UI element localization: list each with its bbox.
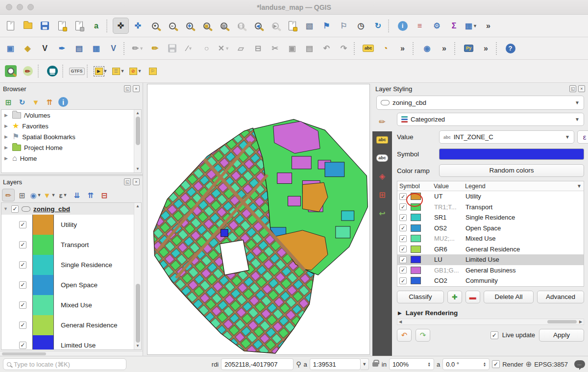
expand-arrow-icon[interactable]: ▶ (4, 145, 9, 150)
scale-box[interactable] (310, 358, 361, 370)
style-manager-button[interactable]: a (88, 18, 104, 34)
new-print-layout-button[interactable] (54, 18, 70, 34)
temporal-controller-button[interactable]: ◷ (353, 18, 369, 34)
category-visibility-checkbox[interactable]: ✓ (19, 301, 26, 309)
scale-dropdown-icon[interactable]: ▼ (361, 358, 369, 370)
expand-arrow-icon[interactable]: ▶ (4, 134, 9, 139)
add-category-button[interactable]: ✚ (447, 291, 462, 303)
close-panel-icon[interactable]: × (133, 178, 140, 185)
toggle-editing-button[interactable]: ✏ (147, 40, 163, 56)
tab-masks[interactable]: abc (376, 154, 388, 162)
sum-features-button[interactable]: Σ (446, 18, 462, 34)
category-checkbox[interactable]: ✓ (399, 235, 407, 242)
layer-rendering-section[interactable]: ▶ Layer Rendering (398, 309, 584, 317)
spinner-icon[interactable]: ▲▼ (427, 362, 430, 367)
identify-features-button[interactable]: i (394, 18, 411, 34)
close-panel-icon[interactable]: × (133, 85, 140, 92)
osm-place-search-button[interactable] (2, 63, 19, 79)
category-row-sr1[interactable]: ✓SR1Single Residence (397, 212, 584, 223)
legend-item-utility[interactable]: ✓Utility (1, 215, 141, 235)
categories-table-header[interactable]: Symbol Value Legend ▼ (397, 181, 584, 191)
lock-scale-icon[interactable] (372, 362, 378, 367)
tab-symbology[interactable]: ✏ (372, 113, 392, 131)
symbology-undo-button[interactable]: ↶ (397, 329, 412, 342)
coordinate-box[interactable] (221, 358, 294, 370)
zoom-last-button[interactable]: ◀ (250, 18, 266, 34)
symbol-preview-button[interactable] (439, 149, 584, 160)
cut-features-button[interactable]: ✂ (267, 40, 283, 56)
modify-attributes-button[interactable]: ▱ (233, 40, 249, 56)
new-geopackage-layer-button[interactable]: ◈ (20, 40, 36, 56)
layer-visibility-checkbox[interactable]: ✓ (11, 205, 19, 213)
renderer-select[interactable]: Categorized ▼ (397, 113, 584, 126)
collapse-all-button[interactable]: ⇈ (43, 96, 56, 108)
category-row-tr1-t-[interactable]: ✓TR1;T...Transport (397, 202, 584, 213)
new-geojson-layer-button[interactable]: ✒ (54, 40, 70, 56)
classify-button[interactable]: Classify (397, 291, 444, 303)
category-visibility-checkbox[interactable]: ✓ (19, 261, 26, 269)
legend-item-open-space[interactable]: ✓Open Space (1, 275, 141, 295)
new-virtual-layer-button[interactable]: V (105, 40, 122, 56)
symbology-redo-button[interactable]: ↷ (416, 329, 430, 342)
browser-item-home[interactable]: ▶⌂Home (1, 153, 141, 164)
web-toolbar-overflow-button[interactable]: » (436, 40, 452, 56)
undo-button[interactable]: ↶ (318, 40, 335, 56)
color-ramp-button[interactable]: Random colors (439, 164, 584, 177)
scale-input[interactable] (313, 361, 357, 368)
expand-arrow-icon[interactable]: ▶ (4, 156, 9, 161)
category-checkbox[interactable]: ✓ (399, 193, 407, 200)
live-update-checkbox[interactable]: ✓ (490, 331, 498, 339)
properties-widget-button[interactable]: i (57, 96, 70, 108)
zoom-next-button[interactable]: ▶ (267, 18, 283, 34)
new-project-button[interactable] (2, 18, 19, 34)
tab-labels[interactable]: abc (376, 136, 388, 144)
osm-edit-button[interactable]: ✏ (20, 63, 36, 79)
legend-item-limited-use[interactable]: ✓Limited Use (1, 335, 141, 350)
help-button[interactable]: ? (502, 40, 518, 56)
collapse-all-layers-button[interactable]: ⇈ (84, 189, 97, 201)
save-project-button[interactable] (37, 18, 53, 34)
tab-diagrams[interactable]: ⊞ (379, 191, 385, 199)
select-features-by-value-button[interactable]: ☰▼ (110, 63, 126, 79)
category-symbol-swatch[interactable] (411, 224, 421, 232)
category-checkbox[interactable]: ✓ (399, 203, 407, 210)
locator-input[interactable] (14, 361, 122, 368)
category-row-co2[interactable]: ✓CO2Community (397, 275, 584, 286)
new-shapefile-layer-button[interactable]: V (37, 40, 53, 56)
refresh-browser-button[interactable]: ↻ (16, 96, 28, 108)
spinner-icon[interactable]: ▲▼ (483, 362, 486, 367)
save-layer-edits-button[interactable] (164, 40, 180, 56)
delete-all-button[interactable]: Delete All (484, 291, 534, 303)
render-checkbox[interactable]: ✓ (492, 360, 500, 368)
zoom-full-button[interactable]: ✚ (181, 18, 197, 34)
expand-all-button[interactable]: ⇊ (71, 189, 83, 201)
redo-button[interactable]: ↷ (336, 40, 352, 56)
expand-arrow-icon[interactable]: ▶ (4, 113, 9, 118)
expand-arrow-icon[interactable]: ▼ (3, 206, 8, 211)
category-visibility-checkbox[interactable]: ✓ (19, 322, 26, 329)
paste-features-button[interactable]: ▤ (301, 40, 318, 56)
expand-arrow-icon[interactable]: ▶ (4, 124, 9, 128)
mouse-extent-icon[interactable]: ⚲ (296, 361, 301, 368)
coordinate-input[interactable] (224, 361, 290, 368)
toolbar-overflow-button[interactable]: » (480, 18, 496, 34)
add-group-button[interactable]: ⊞ (16, 189, 28, 201)
category-symbol-swatch[interactable] (411, 246, 421, 253)
category-checkbox[interactable]: ✓ (399, 224, 407, 231)
statistical-summary-button[interactable]: ≡ (412, 18, 428, 34)
new-mesh-layer-button[interactable]: ▦ (88, 40, 104, 56)
python-console-button[interactable]: Py (461, 40, 477, 56)
current-edits-button[interactable]: ✏▼ (130, 40, 146, 56)
category-row-ut[interactable]: ✓UTUtility (397, 191, 584, 202)
browser-item-spatial-bookmarks[interactable]: ▶⚑Spatial Bookmarks (1, 131, 141, 142)
attribute-table-button[interactable]: ▦▼ (463, 18, 479, 34)
data-source-manager-button[interactable]: ▣ (2, 40, 19, 56)
float-panel-icon[interactable]: ◱ (569, 85, 576, 92)
crs-indicator[interactable]: EPSG:3857 (534, 361, 568, 368)
filter-expression-button[interactable]: ε▼ (57, 189, 70, 201)
category-visibility-checkbox[interactable]: ✓ (19, 281, 26, 289)
new-temporary-scratch-layer-button[interactable]: ▤ (71, 40, 87, 56)
category-symbol-swatch[interactable] (411, 193, 421, 200)
manage-visibility-button[interactable]: ◉▼ (29, 189, 42, 201)
messages-icon[interactable]: … (574, 360, 585, 368)
